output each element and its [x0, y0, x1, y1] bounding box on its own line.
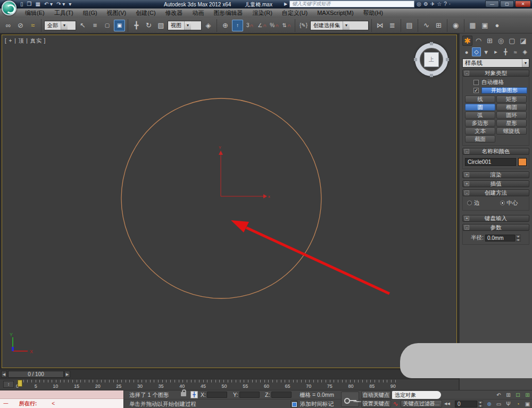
- new-file-icon[interactable]: ▯: [20, 1, 23, 7]
- rollout-object-type-header[interactable]: - 对象类型: [462, 70, 529, 77]
- search-input[interactable]: 键入关键字或短语: [289, 1, 414, 7]
- viewcube-top-face[interactable]: 上: [424, 52, 439, 67]
- spacewarps-subtab-icon[interactable]: ≈: [511, 47, 519, 56]
- shape-button[interactable]: 文本: [465, 128, 495, 135]
- align-icon[interactable]: ≣: [387, 20, 398, 31]
- select-manipulate-icon[interactable]: ⊕: [220, 20, 231, 31]
- menu-item-9[interactable]: 渲染(R): [248, 9, 277, 18]
- modify-tab-icon[interactable]: ◠: [473, 36, 484, 46]
- bind-spacewarp-icon[interactable]: ≈: [27, 20, 38, 31]
- search-expand-icon[interactable]: ▶: [284, 2, 287, 6]
- select-move-icon[interactable]: ╋: [131, 20, 142, 31]
- edit-named-sets-icon[interactable]: {✎}: [298, 20, 309, 31]
- start-new-shape-checkbox[interactable]: ✓: [473, 88, 479, 93]
- expand-icon[interactable]: +: [464, 216, 469, 221]
- collapse-icon[interactable]: -: [464, 71, 469, 76]
- shape-button[interactable]: 多边形: [465, 120, 495, 127]
- shape-button[interactable]: 椭圆: [496, 104, 527, 111]
- hierarchy-tab-icon[interactable]: ⊞: [485, 36, 495, 46]
- listener-macro-row[interactable]: [0, 390, 123, 399]
- minimize-button[interactable]: —: [485, 1, 499, 7]
- save-file-icon[interactable]: ▦: [35, 1, 40, 7]
- previous-frame-arrow[interactable]: ◀: [1, 371, 7, 378]
- reference-coordinate-dropdown[interactable]: 视图▼: [168, 21, 202, 30]
- orbit-icon[interactable]: ◔: [514, 400, 522, 407]
- start-new-shape-row[interactable]: ✓ 开始新图形: [473, 87, 528, 94]
- autogrid-checkbox[interactable]: [473, 80, 479, 85]
- shape-button[interactable]: 圆: [465, 104, 495, 111]
- render-production-icon[interactable]: ●: [492, 20, 503, 31]
- key-filters-button[interactable]: 关键点过滤器...: [401, 400, 442, 407]
- undo-icon[interactable]: ↶ ▾: [44, 1, 53, 7]
- rendered-frame-icon[interactable]: ▣: [479, 20, 491, 31]
- center-radio-option[interactable]: 中心: [500, 199, 518, 207]
- help-menu-icon[interactable]: ·: [449, 1, 451, 7]
- frame-indicator[interactable]: 0 / 100: [8, 371, 64, 378]
- track-bar[interactable]: ↕ 051015202530354045505560657075808590: [0, 379, 459, 390]
- auto-key-icon[interactable]: [341, 392, 359, 407]
- viewport-shading-name[interactable]: 真实: [30, 38, 42, 44]
- select-object-icon[interactable]: ↖: [77, 20, 88, 31]
- set-key-curve-icon[interactable]: ∿: [392, 400, 400, 407]
- lights-subtab-icon[interactable]: ▼: [482, 47, 491, 56]
- geometry-subtab-icon[interactable]: ●: [462, 47, 471, 56]
- start-new-shape-button[interactable]: 开始新图形: [481, 87, 527, 94]
- edge-radio-option[interactable]: 边: [467, 199, 480, 207]
- create-tab-icon[interactable]: ✱: [462, 36, 472, 46]
- rectangular-selection-icon[interactable]: ▢: [102, 20, 113, 31]
- shape-button[interactable]: 线: [465, 96, 495, 103]
- select-rotate-icon[interactable]: ↻: [143, 20, 154, 31]
- zoom-extents-all-icon[interactable]: ⊞: [523, 391, 531, 398]
- shapes-subtab-icon[interactable]: ◇: [472, 47, 480, 56]
- named-selection-set-dropdown[interactable]: 创建选择集▼: [310, 21, 369, 30]
- render-setup-icon[interactable]: ▦: [467, 20, 478, 31]
- schematic-view-icon[interactable]: ⊞: [433, 20, 444, 31]
- listener-script-row[interactable]: 一 所在行: <: [0, 399, 123, 408]
- menu-item-3[interactable]: 组(G): [78, 9, 102, 18]
- communication-icon[interactable]: ⚙: [423, 1, 428, 7]
- max-logo-button[interactable]: [2, 1, 16, 15]
- time-tag-icon[interactable]: [290, 401, 297, 407]
- viewport-canvas[interactable]: Y x Y X: [2, 35, 456, 368]
- menu-item-7[interactable]: 动画: [188, 9, 209, 18]
- rollout-rendering-header[interactable]: + 渲染: [462, 171, 529, 178]
- object-name-field[interactable]: Circle001: [465, 158, 516, 166]
- track-bar-ticks[interactable]: [19, 380, 399, 382]
- shape-button[interactable]: 圆环: [496, 112, 527, 119]
- exchange-icon[interactable]: ✈: [430, 1, 435, 7]
- z-coordinate-field[interactable]: [271, 392, 292, 398]
- select-scale-icon[interactable]: ▧: [155, 20, 167, 31]
- open-file-icon[interactable]: ❒: [27, 1, 32, 7]
- keyboard-override-icon[interactable]: ↑: [232, 20, 243, 31]
- menu-item-5[interactable]: 创建(C): [131, 9, 160, 18]
- motion-tab-icon[interactable]: ◎: [496, 36, 506, 46]
- collapse-icon[interactable]: -: [464, 225, 469, 230]
- expand-icon[interactable]: +: [464, 172, 469, 177]
- selection-lock-icon[interactable]: [181, 392, 186, 396]
- select-and-link-icon[interactable]: ∞: [3, 20, 14, 31]
- qat-customize-icon[interactable]: ▾: [69, 1, 71, 7]
- display-tab-icon[interactable]: ▢: [507, 36, 517, 46]
- x-coordinate-field[interactable]: [207, 392, 227, 398]
- zoom-icon[interactable]: ⊕: [485, 400, 493, 407]
- pan-hand-icon[interactable]: Ψ: [504, 400, 512, 407]
- use-pivot-center-icon[interactable]: ◈: [203, 20, 214, 31]
- search-icon[interactable]: ◎: [417, 1, 421, 7]
- window-crossing-icon[interactable]: ▣: [114, 20, 125, 31]
- layer-manager-icon[interactable]: ▤: [404, 20, 415, 31]
- zoom-extents-icon[interactable]: ⊡: [514, 391, 522, 398]
- viewport-menu-plus[interactable]: +: [9, 38, 13, 44]
- radius-spinner[interactable]: ▲▼: [516, 235, 521, 242]
- menu-item-1[interactable]: 编辑(E): [20, 9, 49, 18]
- radius-field[interactable]: 0.0mm: [485, 235, 515, 242]
- time-slider-handle[interactable]: [18, 380, 22, 387]
- cameras-subtab-icon[interactable]: ▸: [492, 47, 500, 56]
- select-by-name-icon[interactable]: ≡: [89, 20, 101, 31]
- selection-filter-dropdown[interactable]: 全部▼: [44, 21, 76, 30]
- close-button[interactable]: ✕: [515, 1, 531, 7]
- circle-spline-object[interactable]: [121, 98, 321, 298]
- viewport-top[interactable]: [ + | 顶 | 真实 ] Y x: [2, 35, 457, 368]
- shape-button[interactable]: 弧: [465, 112, 495, 119]
- spinner-snap-icon[interactable]: ⇅∩: [281, 20, 292, 31]
- go-to-start-icon[interactable]: ◀◀: [443, 400, 451, 407]
